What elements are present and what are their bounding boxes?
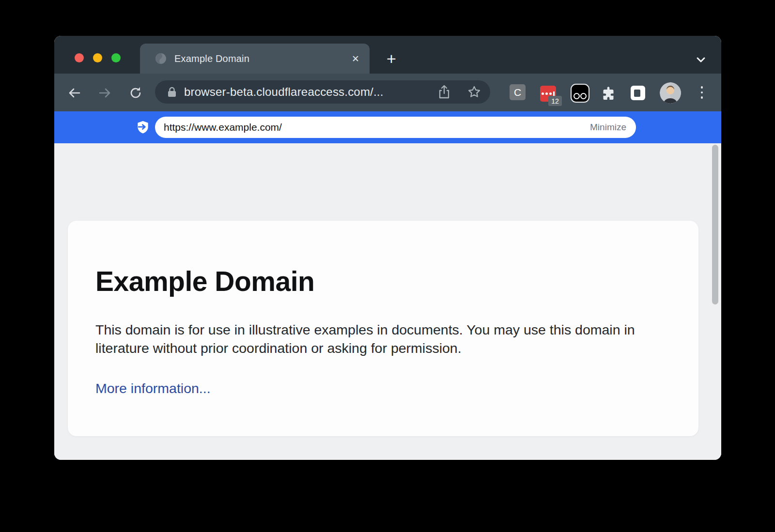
bookmark-star-icon[interactable] [466, 84, 482, 100]
profile-avatar[interactable] [660, 82, 681, 104]
toolbar: browser-beta.cloudflareaccess.com/... C … [54, 74, 721, 111]
globe-favicon-icon [155, 53, 167, 64]
page-paragraph: This domain is for use in illustrative e… [95, 320, 657, 357]
tab-title: Example Domain [174, 53, 348, 64]
new-tab-button[interactable]: + [383, 50, 400, 67]
isolation-bar: Minimize [54, 111, 721, 143]
isolated-url-pill: Minimize [155, 117, 636, 138]
close-window-button[interactable] [75, 53, 84, 62]
shield-arrow-icon [136, 120, 150, 135]
tab-close-icon[interactable]: ✕ [348, 51, 363, 66]
browser-menu-icon[interactable] [695, 84, 709, 101]
fullscreen-window-button[interactable] [111, 53, 121, 62]
page-heading: Example Domain [95, 266, 314, 296]
extensions-puzzle-icon[interactable] [602, 86, 615, 100]
share-icon[interactable] [436, 84, 452, 100]
forward-button[interactable] [97, 85, 112, 101]
back-button[interactable] [67, 85, 82, 101]
more-information-link[interactable]: More information... [95, 380, 211, 396]
lock-icon [168, 87, 176, 97]
extension-c-icon[interactable]: C [510, 84, 526, 100]
content-card: Example Domain This domain is for use in… [68, 221, 698, 436]
browser-window: Example Domain ✕ + browser-beta.cloudfla… [54, 36, 721, 460]
address-bar[interactable]: browser-beta.cloudflareaccess.com/... [155, 80, 490, 104]
side-panel-icon[interactable] [631, 86, 645, 100]
address-bar-url: browser-beta.cloudflareaccess.com/... [184, 85, 436, 99]
tab-example-domain[interactable]: Example Domain ✕ [140, 44, 370, 74]
tab-strip: Example Domain ✕ + [54, 36, 721, 74]
minimize-button[interactable]: Minimize [590, 122, 626, 133]
chevron-down-icon[interactable] [694, 52, 708, 67]
camera-extension-icon[interactable] [571, 84, 589, 103]
extension-badge-count: 12 [548, 96, 562, 106]
scrollbar-thumb[interactable] [712, 145, 718, 304]
isolated-url-input[interactable] [164, 122, 590, 133]
minimize-window-button[interactable] [93, 53, 102, 62]
reload-button[interactable] [128, 85, 143, 101]
page-viewport: Example Domain This domain is for use in… [54, 143, 721, 460]
